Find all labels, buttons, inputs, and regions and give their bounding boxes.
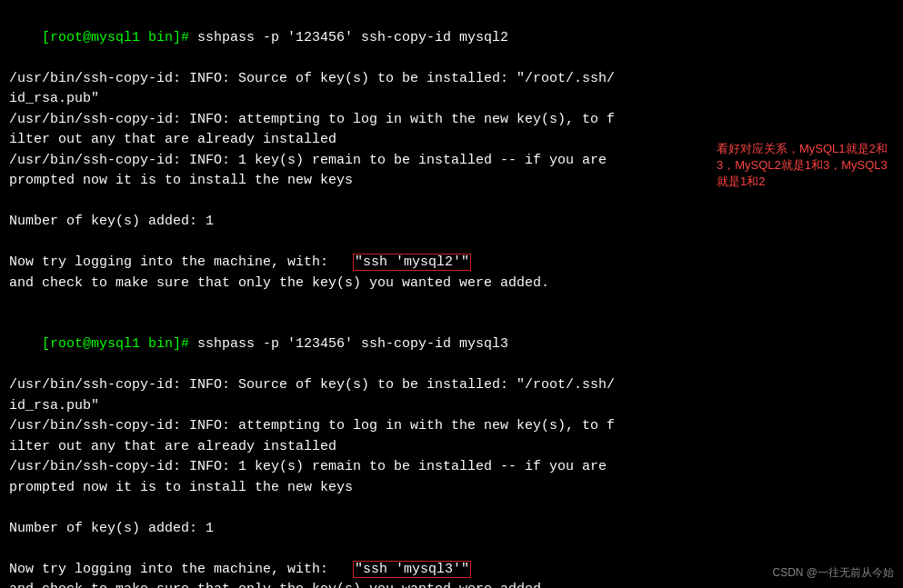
- ssh-command-highlight: "ssh 'mysql3'": [353, 561, 471, 578]
- terminal-line: and check to make sure that only the key…: [9, 274, 894, 294]
- terminal-line: /usr/bin/ssh-copy-id: INFO: attempting t…: [9, 416, 894, 437]
- blank-line: [9, 294, 894, 314]
- terminal-line: [root@mysql1 bin]# sshpass -p '123456' s…: [9, 7, 894, 69]
- terminal-line: and check to make sure that only the key…: [9, 580, 894, 588]
- ssh-command-highlight: "ssh 'mysql2'": [353, 254, 471, 271]
- terminal-line: Now try logging into the machine, with: …: [9, 560, 894, 581]
- watermark: CSDN @一往无前从今始: [772, 565, 894, 581]
- command: sshpass -p '123456' ssh-copy-id mysql3: [197, 336, 508, 352]
- terminal-line: id_rsa.pub": [9, 396, 894, 417]
- prompt: [root@mysql1 bin]#: [42, 30, 197, 45]
- command: sshpass -p '123456' ssh-copy-id mysql2: [197, 30, 508, 45]
- blank-line: [9, 233, 894, 254]
- terminal-line: /usr/bin/ssh-copy-id: INFO: Source of ke…: [9, 375, 894, 396]
- terminal-line: ilter out any that are already installed: [9, 437, 894, 458]
- annotation-text: 看好对应关系，MySQL1就是2和3，MySQL2就是1和3，MySQL3就是1…: [717, 141, 898, 191]
- terminal-line: /usr/bin/ssh-copy-id: INFO: 1 key(s) rem…: [9, 457, 894, 478]
- terminal-line: Number of key(s) added: 1: [9, 212, 894, 233]
- prompt: [root@mysql1 bin]#: [42, 336, 197, 352]
- terminal-line: [root@mysql1 bin]# sshpass -p '123456' s…: [9, 314, 894, 376]
- terminal-line: Now try logging into the machine, with: …: [9, 253, 894, 274]
- terminal: [root@mysql1 bin]# sshpass -p '123456' s…: [0, 0, 903, 588]
- blank-line: [9, 539, 894, 560]
- terminal-line: Number of key(s) added: 1: [9, 519, 894, 540]
- blank-line: [9, 192, 894, 213]
- blank-line: [9, 498, 894, 519]
- terminal-line: /usr/bin/ssh-copy-id: INFO: attempting t…: [9, 110, 894, 131]
- terminal-line: prompted now it is to install the new ke…: [9, 478, 894, 499]
- terminal-line: /usr/bin/ssh-copy-id: INFO: Source of ke…: [9, 69, 894, 90]
- terminal-line: id_rsa.pub": [9, 89, 894, 110]
